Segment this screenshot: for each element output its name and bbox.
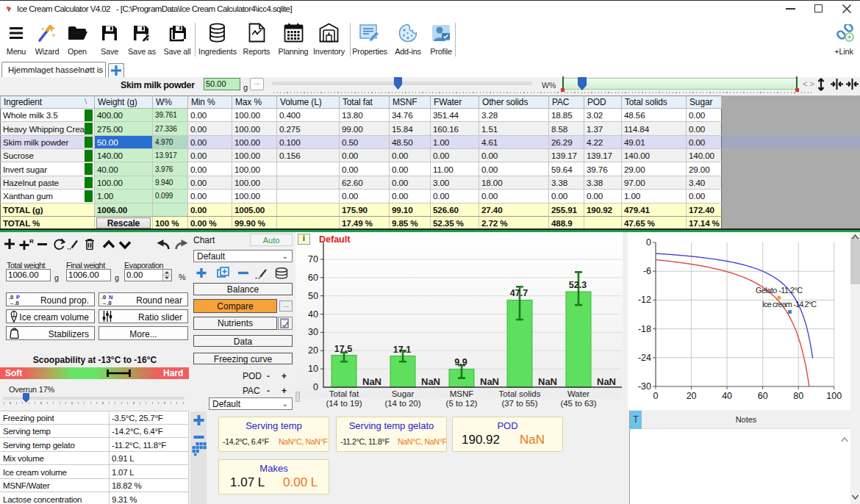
svg-text:Total fat: Total fat	[329, 389, 359, 398]
svg-text:47.7: 47.7	[510, 288, 528, 298]
svg-text:-12: -12	[638, 295, 651, 305]
svg-text:NaN: NaN	[538, 376, 557, 387]
svg-text:Ice cream -14.2°C: Ice cream -14.2°C	[762, 300, 817, 309]
svg-text:NaN: NaN	[421, 376, 440, 387]
svg-text:60: 60	[308, 273, 318, 283]
svg-text:→.0: →.0	[101, 300, 112, 305]
svg-text:80: 80	[793, 391, 803, 401]
svg-text:-6: -6	[643, 266, 651, 276]
svg-text:Gelato -11.2°C: Gelato -11.2°C	[756, 286, 803, 295]
svg-text:40: 40	[308, 309, 318, 320]
svg-text:R: R	[29, 238, 34, 245]
svg-text:0: 0	[313, 382, 318, 392]
svg-text:MSNF: MSNF	[450, 389, 474, 398]
svg-text:50: 50	[308, 291, 318, 301]
svg-text:-24: -24	[638, 353, 651, 363]
svg-text:17.5: 17.5	[334, 344, 352, 354]
svg-text:20: 20	[687, 391, 697, 401]
svg-text:(14 to 20): (14 to 20)	[384, 399, 420, 408]
svg-text:60: 60	[758, 391, 768, 401]
svg-text:NaN: NaN	[362, 376, 381, 387]
svg-text:(37 to 55): (37 to 55)	[501, 399, 537, 408]
svg-text:10: 10	[308, 364, 318, 374]
svg-text:→.0: →.0	[9, 300, 19, 305]
svg-text:NaN: NaN	[597, 376, 616, 387]
svg-text:30: 30	[308, 327, 318, 337]
svg-text:NaN: NaN	[480, 376, 499, 387]
svg-text:100: 100	[826, 391, 842, 401]
svg-text:0: 0	[646, 237, 651, 248]
svg-text:9.9: 9.9	[454, 357, 467, 367]
svg-text:(5 to 12): (5 to 12)	[446, 399, 478, 408]
svg-text:Sugar: Sugar	[392, 389, 415, 398]
svg-text:20: 20	[308, 345, 318, 356]
svg-text:-18: -18	[638, 324, 651, 334]
svg-text:Water: Water	[567, 389, 590, 398]
svg-text:40: 40	[722, 391, 732, 401]
svg-text:(45 to 63): (45 to 63)	[560, 399, 596, 408]
svg-text:(14 to 19): (14 to 19)	[326, 399, 362, 408]
svg-text:Total solids: Total solids	[499, 389, 541, 398]
svg-text:-30: -30	[638, 381, 651, 392]
svg-text:17.1: 17.1	[393, 345, 411, 355]
svg-text:70: 70	[308, 254, 318, 264]
svg-text:0: 0	[653, 391, 659, 401]
svg-text:52.3: 52.3	[569, 280, 587, 290]
